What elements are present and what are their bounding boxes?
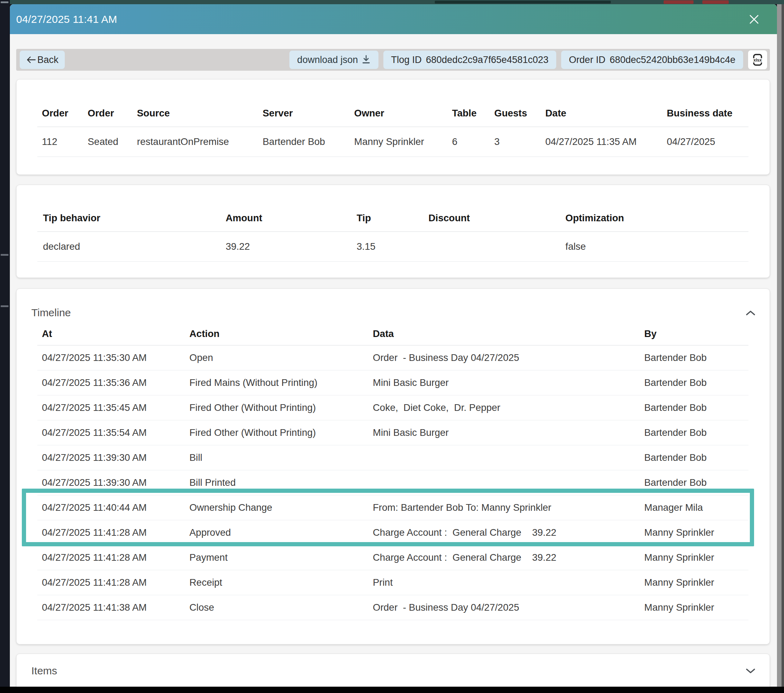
timeline-by: Manny Sprinkler [640,602,748,613]
screen: 04/27/2025 11:41 AM Back download json [0,0,784,693]
tip: 3.15 [351,241,423,252]
col-header: Tip [351,212,423,224]
scrollbar[interactable] [777,4,784,686]
timeline-action: Fired Other (Without Printing) [185,427,368,438]
timeline-data: Charge Account : General Charge 39.22 [368,527,640,538]
back-arrow-icon [26,56,36,64]
sidebar-text-remnant [1,305,8,307]
export-xlsx-button[interactable]: xlsx [748,50,767,69]
optimization: false [560,241,748,252]
col-header: Source [132,108,258,119]
toolbar-right-group: download json Tlog ID 680dedc2c9a7f65e45… [289,50,767,69]
timeline-action: Fired Mains (Without Printing) [185,377,368,388]
svg-text:xlsx: xlsx [753,58,762,62]
payment-table-row: declared 39.22 3.15 false [37,232,748,262]
items-title: Items [31,665,57,677]
xlsx-icon: xlsx [751,53,765,67]
back-button-label: Back [37,54,58,66]
timeline-card: Timeline At Action Data By 04/27/2025 11… [16,289,770,644]
order-id-value: 680dec52420bb63e149b4c4e [610,54,735,66]
download-json-button[interactable]: download json [289,51,379,69]
timeline-by: Manny Sprinkler [640,577,748,588]
tlog-id-label: Tlog ID [391,54,422,66]
order-table-number: 6 [448,136,490,148]
timeline-action: Payment [185,552,368,563]
timeline-action: Fired Other (Without Printing) [185,402,368,413]
order-source: restaurantOnPremise [132,136,258,148]
back-button[interactable]: Back [20,51,65,69]
order-id-chip[interactable]: Order ID 680dec52420bb63e149b4c4e [561,51,743,69]
timeline-data: Print [368,577,640,588]
timeline-at: 04/27/2025 11:35:36 AM [37,377,185,388]
sidebar-text-remnant [1,2,8,3]
col-header: Amount [220,212,351,224]
timeline-data: Charge Account : General Charge 39.22 [368,552,640,563]
close-icon[interactable] [747,12,761,26]
col-header: By [640,328,748,340]
col-header: Table [448,108,490,119]
timeline-data: Coke, Diet Coke, Dr. Pepper [368,402,640,413]
timeline-data: Mini Basic Burger [368,377,640,388]
timeline-data: Order - Business Day 04/27/2025 [368,352,640,363]
timeline-data: From: Bartender Bob To: Manny Sprinkler [368,502,640,513]
timeline-at: 04/27/2025 11:41:28 AM [37,552,185,563]
timeline-by: Bartender Bob [640,352,748,363]
timeline-title: Timeline [31,307,71,319]
col-header: Discount [423,212,560,224]
timeline-at: 04/27/2025 11:35:54 AM [37,427,185,438]
timeline-row: 04/27/2025 11:35:45 AM Fired Other (With… [37,396,748,420]
background-sidebar [0,0,10,686]
timeline-at: 04/27/2025 11:35:30 AM [37,352,185,363]
timeline-row: 04/27/2025 11:39:30 AM Bill Printed Bart… [37,470,748,495]
col-header: Business date [662,108,748,119]
order-summary-card: Order Order Source Server Owner Table Gu… [16,79,770,175]
timeline-data: Order - Business Day 04/27/2025 [368,602,640,613]
timeline-at: 04/27/2025 11:39:30 AM [37,452,185,463]
tlog-id-value: 680dedc2c9a7f65e4581c023 [426,54,548,66]
toolbar: Back download json Tlog ID 680dedc2c9a7f… [16,49,770,71]
chevron-down-icon[interactable] [744,667,757,675]
col-header: Optimization [560,212,748,224]
timeline-action: Bill [185,452,368,463]
timeline-by: Bartender Bob [640,477,748,488]
modal-header: 04/27/2025 11:41 AM [10,4,777,34]
timeline-at: 04/27/2025 11:41:28 AM [37,527,185,538]
order-business-date: 04/27/2025 [662,136,748,148]
background-bottom-bar [0,686,784,693]
timeline-action: Receipt [185,577,368,588]
timeline-row: 04/27/2025 11:41:38 AM Close Order - Bus… [37,595,748,620]
timeline-at: 04/27/2025 11:41:38 AM [37,602,185,613]
order-status: Seated [83,136,132,148]
timeline-by: Bartender Bob [640,452,748,463]
col-header: Action [185,328,368,340]
col-header: Order [37,108,83,119]
background-text-remnant [435,1,611,3]
tlog-id-chip[interactable]: Tlog ID 680dedc2c9a7f65e4581c023 [384,51,556,69]
col-header: Owner [349,108,448,119]
tip-behavior: declared [37,241,220,252]
order-date: 04/27/2025 11:35 AM [541,136,662,148]
timeline-by: Bartender Bob [640,427,748,438]
timeline-by: Manager Mila [640,502,748,513]
order-details-modal: 04/27/2025 11:41 AM Back download json [10,4,777,686]
download-icon [362,55,371,65]
col-header: Data [368,328,640,340]
chevron-up-icon[interactable] [744,309,757,317]
col-header: Date [541,108,662,119]
background-red-badge [702,0,729,4]
timeline-table-header: At Action Data By [37,323,748,345]
order-id-label: Order ID [569,54,606,66]
modal-title: 04/27/2025 11:41 AM [16,13,117,25]
timeline-row: 04/27/2025 11:41:28 AM Payment Charge Ac… [37,545,748,570]
background-page-top [0,0,784,4]
background-red-badge [664,0,693,4]
download-json-label: download json [297,54,358,66]
col-header: Server [258,108,349,119]
sidebar-text-remnant [1,254,8,256]
timeline-at: 04/27/2025 11:39:30 AM [37,477,185,488]
timeline-action: Open [185,352,368,363]
timeline-at: 04/27/2025 11:35:45 AM [37,402,185,413]
timeline-action: Ownership Change [185,502,368,513]
timeline-by: Bartender Bob [640,402,748,413]
timeline-row-highlighted: 04/27/2025 11:41:28 AM Approved Charge A… [37,520,748,545]
